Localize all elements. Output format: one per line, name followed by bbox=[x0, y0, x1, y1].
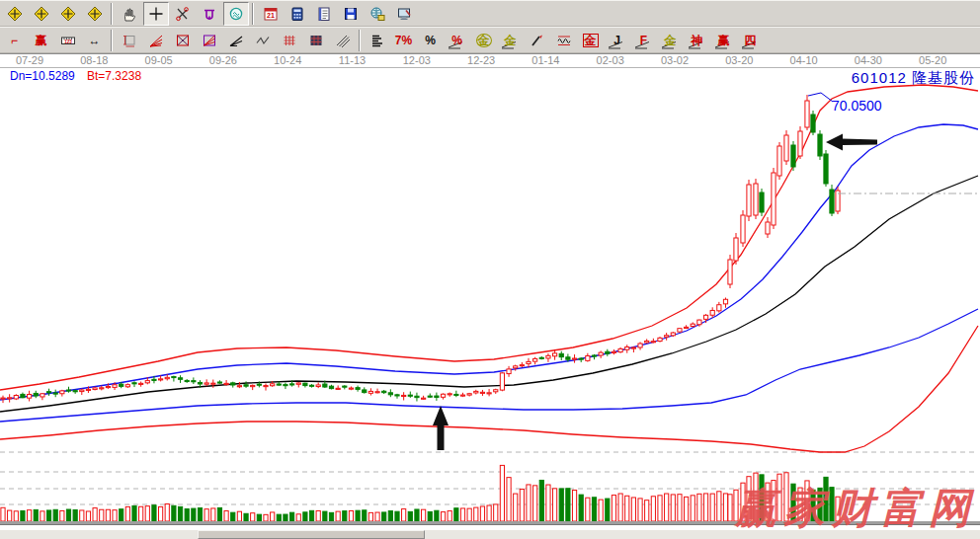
app-window: 21 ⌐赢123↔7%%%金金金JF金神赢四 07-2908-1809-0509… bbox=[0, 0, 980, 539]
win-lines-tool-icon: 赢 bbox=[36, 35, 47, 46]
stock-title: 601012 隆基股份 bbox=[852, 69, 975, 88]
gold-angle-tool-icon: 金 bbox=[665, 35, 677, 46]
percent-lines-tool-icon: % bbox=[451, 35, 462, 46]
indicator-bt-value: Bt=7.3238 bbox=[87, 69, 141, 83]
j-angle-tool-icon: J bbox=[613, 35, 620, 46]
peak-price-label: 70.0500 bbox=[832, 98, 882, 114]
shen-angle-tool-icon: 神 bbox=[692, 35, 703, 46]
percent-seven-tool-icon: 7% bbox=[395, 35, 412, 46]
percent-tool-icon: % bbox=[425, 35, 436, 46]
gold-box-tool-icon: 金 bbox=[583, 34, 599, 47]
measure-width-tool-icon: ↔ bbox=[89, 35, 101, 46]
gold-line-tool-icon: 金 bbox=[505, 35, 517, 46]
gold-coin-tool-icon: 金 bbox=[476, 34, 492, 47]
clipped-tool-icon: ⌐ bbox=[11, 35, 18, 46]
watermark: 赢家财富网 bbox=[735, 488, 977, 529]
f-angle-tool-icon: F bbox=[640, 35, 647, 46]
scrollbar-thumb[interactable] bbox=[198, 530, 425, 539]
indicator-dn-value: Dn=10.5289 bbox=[10, 69, 75, 83]
win-angle-tool-icon: 赢 bbox=[718, 35, 730, 46]
si-angle-tool-icon: 四 bbox=[745, 35, 757, 46]
chart-canvas[interactable] bbox=[0, 0, 980, 539]
